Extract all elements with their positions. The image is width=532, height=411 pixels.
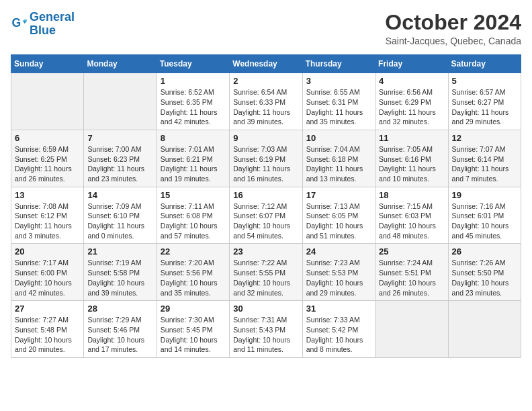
calendar-cell: 8Sunrise: 7:01 AMSunset: 6:21 PMDaylight… [157, 130, 229, 187]
day-number: 9 [233, 133, 298, 143]
day-number: 1 [161, 76, 226, 86]
day-info: Sunrise: 6:57 AMSunset: 6:27 PMDaylight:… [452, 87, 517, 127]
page-header: G General Blue October 2024 Saint-Jacque… [11, 11, 521, 46]
day-info: Sunrise: 6:59 AMSunset: 6:25 PMDaylight:… [15, 144, 80, 184]
day-number: 25 [379, 246, 444, 257]
calendar-cell: 3Sunrise: 6:55 AMSunset: 6:31 PMDaylight… [302, 73, 375, 130]
calendar-cell: 28Sunrise: 7:29 AMSunset: 5:46 PMDayligh… [84, 301, 157, 358]
day-number: 15 [161, 190, 226, 200]
day-number: 27 [15, 304, 80, 314]
calendar-cell: 10Sunrise: 7:04 AMSunset: 6:18 PMDayligh… [302, 130, 375, 187]
calendar-cell: 2Sunrise: 6:54 AMSunset: 6:33 PMDaylight… [230, 73, 302, 130]
logo-icon: G [11, 16, 27, 32]
day-number: 31 [306, 304, 371, 314]
calendar-cell: 7Sunrise: 7:00 AMSunset: 6:23 PMDaylight… [84, 130, 157, 187]
day-number: 17 [306, 190, 371, 200]
day-info: Sunrise: 7:12 AMSunset: 6:07 PMDaylight:… [233, 201, 298, 241]
day-info: Sunrise: 7:01 AMSunset: 6:21 PMDaylight:… [161, 144, 226, 184]
day-info: Sunrise: 7:03 AMSunset: 6:19 PMDaylight:… [233, 144, 298, 184]
calendar-body: 1Sunrise: 6:52 AMSunset: 6:35 PMDaylight… [11, 73, 521, 358]
day-info: Sunrise: 7:26 AMSunset: 5:50 PMDaylight:… [452, 258, 517, 298]
day-info: Sunrise: 7:27 AMSunset: 5:48 PMDaylight:… [15, 315, 80, 355]
location-subtitle: Saint-Jacques, Quebec, Canada [385, 36, 521, 46]
day-number: 8 [161, 133, 226, 143]
day-info: Sunrise: 7:23 AMSunset: 5:53 PMDaylight:… [306, 258, 371, 298]
day-info: Sunrise: 7:07 AMSunset: 6:14 PMDaylight:… [452, 144, 517, 184]
logo-line1: General [30, 10, 75, 24]
calendar-cell: 29Sunrise: 7:30 AMSunset: 5:45 PMDayligh… [157, 301, 229, 358]
calendar-week-row: 13Sunrise: 7:08 AMSunset: 6:12 PMDayligh… [11, 187, 521, 244]
day-info: Sunrise: 7:11 AMSunset: 6:08 PMDaylight:… [161, 201, 226, 241]
calendar-cell: 15Sunrise: 7:11 AMSunset: 6:08 PMDayligh… [157, 187, 229, 244]
calendar-cell: 1Sunrise: 6:52 AMSunset: 6:35 PMDaylight… [157, 73, 229, 130]
calendar-cell: 14Sunrise: 7:09 AMSunset: 6:10 PMDayligh… [84, 187, 157, 244]
calendar-cell: 31Sunrise: 7:33 AMSunset: 5:42 PMDayligh… [302, 301, 375, 358]
month-title: October 2024 [385, 11, 521, 34]
calendar-cell: 27Sunrise: 7:27 AMSunset: 5:48 PMDayligh… [11, 301, 84, 358]
calendar-cell: 11Sunrise: 7:05 AMSunset: 6:16 PMDayligh… [375, 130, 448, 187]
day-info: Sunrise: 6:52 AMSunset: 6:35 PMDaylight:… [161, 87, 226, 127]
day-info: Sunrise: 7:04 AMSunset: 6:18 PMDaylight:… [306, 144, 371, 184]
calendar-cell: 5Sunrise: 6:57 AMSunset: 6:27 PMDaylight… [448, 73, 521, 130]
day-number: 21 [87, 246, 152, 257]
day-number: 5 [452, 76, 517, 86]
day-info: Sunrise: 7:30 AMSunset: 5:45 PMDaylight:… [161, 315, 226, 355]
calendar-cell: 18Sunrise: 7:15 AMSunset: 6:03 PMDayligh… [375, 187, 448, 244]
day-number: 12 [452, 133, 517, 143]
calendar-cell: 12Sunrise: 7:07 AMSunset: 6:14 PMDayligh… [448, 130, 521, 187]
day-info: Sunrise: 7:13 AMSunset: 6:05 PMDaylight:… [306, 201, 371, 241]
day-info: Sunrise: 7:33 AMSunset: 5:42 PMDaylight:… [306, 315, 371, 355]
calendar-cell: 4Sunrise: 6:56 AMSunset: 6:29 PMDaylight… [375, 73, 448, 130]
calendar-cell [11, 73, 84, 130]
day-number: 10 [306, 133, 371, 143]
day-number: 30 [233, 304, 298, 314]
day-info: Sunrise: 7:09 AMSunset: 6:10 PMDaylight:… [87, 201, 152, 241]
calendar-cell: 6Sunrise: 6:59 AMSunset: 6:25 PMDaylight… [11, 130, 84, 187]
day-number: 4 [379, 76, 444, 86]
header-row: SundayMondayTuesdayWednesdayThursdayFrid… [11, 55, 521, 73]
weekday-header: Saturday [448, 55, 521, 73]
day-number: 19 [452, 190, 517, 200]
day-number: 18 [379, 190, 444, 200]
weekday-header: Tuesday [157, 55, 229, 73]
calendar-cell: 30Sunrise: 7:31 AMSunset: 5:43 PMDayligh… [230, 301, 302, 358]
day-number: 6 [15, 133, 80, 143]
calendar-cell: 13Sunrise: 7:08 AMSunset: 6:12 PMDayligh… [11, 187, 84, 244]
calendar-cell: 23Sunrise: 7:22 AMSunset: 5:55 PMDayligh… [230, 244, 302, 301]
day-number: 2 [233, 76, 298, 86]
day-info: Sunrise: 7:05 AMSunset: 6:16 PMDaylight:… [379, 144, 444, 184]
day-info: Sunrise: 6:54 AMSunset: 6:33 PMDaylight:… [233, 87, 298, 127]
day-number: 24 [306, 246, 371, 257]
title-block: October 2024 Saint-Jacques, Quebec, Cana… [385, 11, 521, 46]
day-number: 20 [15, 246, 80, 257]
calendar-cell: 20Sunrise: 7:17 AMSunset: 6:00 PMDayligh… [11, 244, 84, 301]
calendar-table: SundayMondayTuesdayWednesdayThursdayFrid… [11, 54, 521, 358]
day-number: 28 [87, 304, 152, 314]
calendar-cell: 19Sunrise: 7:16 AMSunset: 6:01 PMDayligh… [448, 187, 521, 244]
day-number: 26 [452, 246, 517, 257]
day-info: Sunrise: 7:16 AMSunset: 6:01 PMDaylight:… [452, 201, 517, 241]
calendar-cell: 25Sunrise: 7:24 AMSunset: 5:51 PMDayligh… [375, 244, 448, 301]
day-info: Sunrise: 7:08 AMSunset: 6:12 PMDaylight:… [15, 201, 80, 241]
calendar-week-row: 20Sunrise: 7:17 AMSunset: 6:00 PMDayligh… [11, 244, 521, 301]
day-info: Sunrise: 7:20 AMSunset: 5:56 PMDaylight:… [161, 258, 226, 298]
day-number: 14 [87, 190, 152, 200]
day-number: 11 [379, 133, 444, 143]
calendar-week-row: 1Sunrise: 6:52 AMSunset: 6:35 PMDaylight… [11, 73, 521, 130]
calendar-cell: 16Sunrise: 7:12 AMSunset: 6:07 PMDayligh… [230, 187, 302, 244]
day-info: Sunrise: 7:17 AMSunset: 6:00 PMDaylight:… [15, 258, 80, 298]
logo-text: General Blue [30, 11, 75, 38]
calendar-week-row: 27Sunrise: 7:27 AMSunset: 5:48 PMDayligh… [11, 301, 521, 358]
weekday-header: Sunday [11, 55, 84, 73]
day-info: Sunrise: 6:55 AMSunset: 6:31 PMDaylight:… [306, 87, 371, 127]
day-number: 16 [233, 190, 298, 200]
calendar-header: SundayMondayTuesdayWednesdayThursdayFrid… [11, 55, 521, 73]
weekday-header: Monday [84, 55, 157, 73]
logo: G General Blue [11, 11, 75, 38]
calendar-cell [375, 301, 448, 358]
weekday-header: Wednesday [230, 55, 302, 73]
day-info: Sunrise: 7:19 AMSunset: 5:58 PMDaylight:… [87, 258, 152, 298]
weekday-header: Friday [375, 55, 448, 73]
day-number: 23 [233, 246, 298, 257]
day-number: 22 [161, 246, 226, 257]
